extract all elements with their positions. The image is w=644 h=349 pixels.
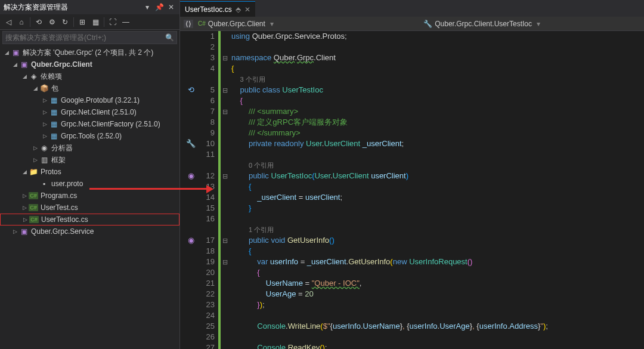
fold-icon[interactable] <box>221 181 229 192</box>
tool-icon[interactable]: ⚙ <box>46 16 58 28</box>
code-line-14[interactable]: 14 _userClient = userClient; <box>184 192 644 203</box>
code-line-22[interactable]: 22 UserAge = 20 <box>184 289 644 299</box>
fold-icon[interactable] <box>221 267 229 278</box>
expand-icon[interactable]: ▷ <box>21 217 29 223</box>
expand-icon[interactable]: ◢ <box>2 50 11 55</box>
tree-item-usertest-cs[interactable]: ▷ C# UserTest.cs <box>0 202 179 214</box>
expand-icon[interactable]: ◢ <box>20 169 29 175</box>
code-line-23[interactable]: 23 }); <box>184 299 644 310</box>
code-line-1[interactable]: 1 using Quber.Grpc.Service.Protos; <box>184 31 644 42</box>
tree-item----[interactable]: ◢ ◈ 依赖项 <box>0 70 179 82</box>
fold-icon[interactable]: ⊟ <box>221 106 229 117</box>
tree-item-grpc-net-clientfactory--2-51-0-[interactable]: ▷ ▦ Grpc.Net.ClientFactory (2.51.0) <box>0 118 179 130</box>
code-line-5[interactable]: ⟲ 5 ⊟ public class UserTestIoc <box>184 85 644 95</box>
fold-icon[interactable] <box>221 192 229 203</box>
tree-item--[interactable]: ◢ 📦 包 <box>0 82 179 94</box>
fold-icon[interactable] <box>221 203 229 214</box>
code-line-8[interactable]: 8 /// 定义gRPC客户端服务对象 <box>184 117 644 128</box>
fold-icon[interactable]: ⊟ <box>221 171 229 181</box>
code-line-7[interactable]: 7 ⊟ /// <summary> <box>184 106 644 117</box>
tree-item-protos[interactable]: ◢ 📁 Protos <box>0 166 179 178</box>
fold-icon[interactable] <box>221 321 229 332</box>
nav-split-icon[interactable]: ⟨⟩ <box>184 20 193 28</box>
fold-icon[interactable] <box>221 138 229 149</box>
expand-icon[interactable]: ◢ <box>11 61 19 67</box>
filter-icon[interactable]: ⊞ <box>76 16 88 28</box>
fold-icon[interactable] <box>221 160 229 171</box>
tree-item-quber-grpc-client[interactable]: ◢ ▣ Quber.Grpc.Client <box>0 58 179 70</box>
pin-icon[interactable]: ⬘ <box>236 5 241 14</box>
tree-item-quber-grpc-service[interactable]: ▷ ▣ Quber.Grpc.Service <box>0 226 179 237</box>
fold-icon[interactable] <box>221 117 229 128</box>
fold-icon[interactable]: ⊟ <box>221 52 229 63</box>
code-line-lens[interactable]: 1 个引用 <box>184 224 644 235</box>
code-line-12[interactable]: ◉ 12 ⊟ public UserTestIoc(User.UserClien… <box>184 171 644 181</box>
pin-icon[interactable]: 📌 <box>154 2 164 12</box>
code-line-13[interactable]: 13 { <box>184 181 644 192</box>
showall-icon[interactable]: ▦ <box>89 16 101 28</box>
expand-icon[interactable]: ▷ <box>11 228 19 234</box>
sync-icon[interactable]: ⟲ <box>33 16 45 28</box>
back-icon[interactable]: ◁ <box>2 16 14 28</box>
close-icon[interactable]: ✕ <box>244 5 250 14</box>
expand-icon[interactable]: ◢ <box>20 73 29 79</box>
code-line-lens[interactable]: 3 个引用 <box>184 74 644 85</box>
fold-icon[interactable] <box>221 31 229 42</box>
fold-icon[interactable] <box>221 63 229 74</box>
search-icon[interactable]: 🔍 <box>165 33 174 42</box>
code-line-19[interactable]: 19 ⊟ var userInfo = _userClient.GetUserI… <box>184 257 644 267</box>
close-icon[interactable]: ✕ <box>166 2 176 12</box>
code-line-4[interactable]: 4 { <box>184 63 644 74</box>
fold-icon[interactable]: ⊟ <box>221 235 229 246</box>
tree-item----[interactable]: ▷ ◉ 分析器 <box>0 142 179 154</box>
tab-usertestioc[interactable]: UserTestIoc.cs ⬘ ✕ <box>180 1 255 17</box>
fold-icon[interactable] <box>221 128 229 138</box>
home-icon[interactable]: ⌂ <box>16 16 27 28</box>
fold-icon[interactable]: ⊟ <box>221 85 229 95</box>
code-editor[interactable]: 1 using Quber.Grpc.Service.Protos; 2 3 ⊟… <box>180 31 644 349</box>
refresh-icon[interactable]: ↻ <box>59 16 71 28</box>
code-line-21[interactable]: 21 UserName = "Quber - IOC", <box>184 278 644 289</box>
code-line-18[interactable]: 18 { <box>184 246 644 257</box>
solution-root[interactable]: ◢ ▣ 解决方案 'Quber.Grpc' (2 个项目, 共 2 个) <box>0 47 179 58</box>
breadcrumb-project[interactable]: C# Quber.Grpc.Client <box>198 20 265 28</box>
expand-icon[interactable]: ▷ <box>41 97 49 103</box>
fold-icon[interactable] <box>221 246 229 257</box>
dropdown-icon[interactable]: ▾ <box>143 2 152 12</box>
fold-icon[interactable] <box>221 342 229 349</box>
search-box[interactable]: 🔍 <box>2 31 177 44</box>
fold-icon[interactable] <box>221 74 229 85</box>
properties-icon[interactable]: ⛶ <box>107 16 119 28</box>
tree-item-usertestioc-cs[interactable]: ▷ C# UserTestIoc.cs <box>0 214 179 226</box>
expand-icon[interactable]: ▷ <box>20 193 29 199</box>
code-line-6[interactable]: 6 { <box>184 95 644 106</box>
tree-item-program-cs[interactable]: ▷ C# Program.cs <box>0 190 179 202</box>
fold-icon[interactable] <box>221 224 229 235</box>
fold-icon[interactable] <box>221 95 229 106</box>
search-input[interactable] <box>5 33 165 42</box>
fold-icon[interactable]: ⊟ <box>221 257 229 267</box>
code-line-16[interactable]: 16 <box>184 214 644 224</box>
tree-item---[interactable]: ▷ ▥ 框架 <box>0 154 179 166</box>
code-line-lens[interactable]: 0 个引用 <box>184 160 644 171</box>
expand-icon[interactable]: ▷ <box>31 157 39 163</box>
code-line-17[interactable]: ◉ 17 ⊟ public void GetUserInfo() <box>184 235 644 246</box>
expand-icon[interactable]: ▷ <box>41 109 49 115</box>
breadcrumb-class[interactable]: 🔧 Quber.Grpc.Client.UserTestIoc <box>423 20 532 28</box>
code-line-9[interactable]: 9 /// </summary> <box>184 128 644 138</box>
fold-icon[interactable] <box>221 299 229 310</box>
fold-icon[interactable] <box>221 214 229 224</box>
fold-icon[interactable] <box>221 149 229 160</box>
code-line-10[interactable]: 🔧 10 private readonly User.UserClient _u… <box>184 138 644 149</box>
expand-icon[interactable]: ◢ <box>31 85 39 91</box>
tree-item-grpc-tools--2-52-0-[interactable]: ▷ ▦ Grpc.Tools (2.52.0) <box>0 130 179 142</box>
tree-item-grpc-net-client--2-51-0-[interactable]: ▷ ▦ Grpc.Net.Client (2.51.0) <box>0 106 179 118</box>
code-line-27[interactable]: 27 Console.ReadKey(); <box>184 342 644 349</box>
code-line-25[interactable]: 25 Console.WriteLine($"{userInfo.UserNam… <box>184 321 644 332</box>
code-line-11[interactable]: 11 <box>184 149 644 160</box>
fold-icon[interactable] <box>221 278 229 289</box>
code-line-15[interactable]: 15 } <box>184 203 644 214</box>
expand-icon[interactable]: ▷ <box>41 121 49 127</box>
fold-icon[interactable] <box>221 310 229 321</box>
tree-item-google-protobuf--3-22-1-[interactable]: ▷ ▦ Google.Protobuf (3.22.1) <box>0 94 179 106</box>
